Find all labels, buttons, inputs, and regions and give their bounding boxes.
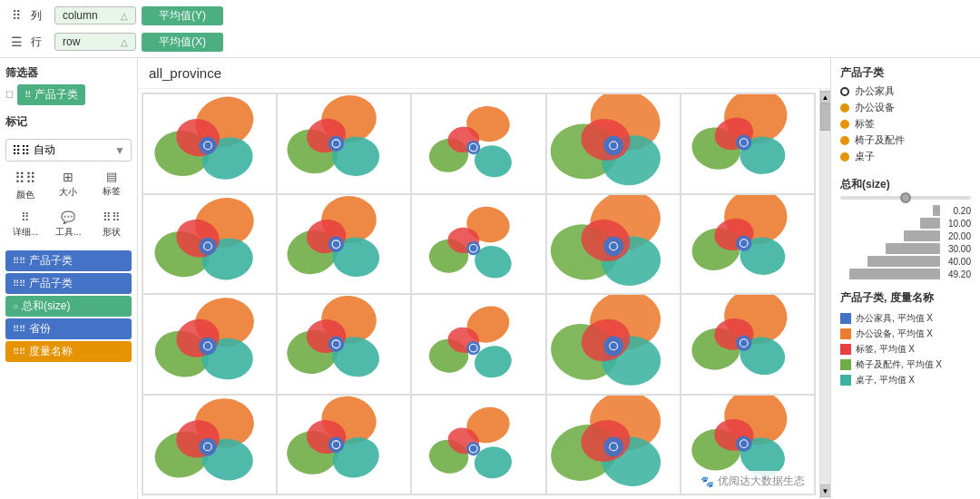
columns-row: ⠿ 列 column △ 平均值(Y) — [7, 4, 973, 27]
field-chip-3[interactable]: ○ 总和(size) — [5, 296, 132, 317]
product-legend-title: 产品子类 — [840, 65, 971, 81]
legend-panel: 产品子类 办公家具 办公设备 标签 椅子及配件 — [830, 58, 980, 499]
color-square-4 — [840, 375, 851, 386]
chart-cell-2-2 — [411, 294, 545, 395]
top-toolbar: ⠿ 列 column △ 平均值(Y) ☰ 行 row △ 平均值(X) — [0, 0, 980, 58]
legend-item-2: 标签 — [840, 117, 971, 131]
filter-chip-product[interactable]: ⠿ 产品子类 — [17, 84, 85, 105]
marks-label-item[interactable]: ▤ 标签 — [92, 167, 132, 204]
size-bar-5 — [849, 269, 940, 279]
marks-color-item[interactable]: ⠿⠿ 颜色 — [5, 167, 45, 204]
size-bar-1 — [920, 218, 940, 229]
scroll-up-btn[interactable]: ▲ — [820, 91, 831, 103]
legend-label-2: 标签 — [855, 117, 875, 131]
col-measure-chip[interactable]: 平均值(Y) — [142, 6, 223, 25]
marks-tool-label: 工具... — [55, 226, 81, 239]
svg-point-113 — [609, 443, 617, 451]
row-measure-chip[interactable]: 平均值(X) — [142, 33, 223, 52]
size-bar-row-1: 10.00 — [840, 218, 971, 229]
filter-title: 筛选器 — [5, 65, 132, 81]
size-icon: ⊞ — [63, 170, 74, 184]
field4-label: 省份 — [29, 321, 51, 337]
svg-point-71 — [332, 340, 340, 348]
chart-cell-0-3 — [546, 93, 681, 194]
color-text-1: 办公设备, 平均值 X — [856, 328, 933, 340]
field-chip-2[interactable]: ⠿⠿ 产品子类 — [5, 273, 132, 294]
color-text-2: 标签, 平均值 X — [856, 343, 915, 356]
legend-dot-2 — [840, 120, 849, 129]
size-bar-0 — [933, 205, 940, 216]
shape-icon: ⠿⠿ — [103, 210, 121, 224]
marks-detail-item[interactable]: ⠿ 详细... — [5, 208, 45, 241]
legend-label-1: 办公设备 — [855, 101, 895, 114]
marks-auto-dropdown[interactable]: ⠿⠿ 自动 ▼ — [5, 139, 132, 161]
legend-dot-0 — [840, 87, 849, 96]
chart-canvas: 🐾 优阅达大数据生态 — [138, 89, 819, 499]
filter-section: 筛选器 ☐ ⠿ 产品子类 — [5, 65, 132, 105]
marks-tool-item[interactable]: 💬 工具... — [49, 208, 89, 241]
chart-cell-2-3 — [546, 294, 681, 395]
main-area: 筛选器 ☐ ⠿ 产品子类 标记 ⠿⠿ 自动 ▼ — [0, 58, 980, 499]
size-slider[interactable] — [840, 196, 971, 200]
svg-point-17 — [470, 143, 478, 152]
chart-grid — [142, 93, 816, 495]
color-item-2: 标签, 平均值 X — [840, 343, 971, 356]
size-bar-row-3: 30.00 — [840, 243, 971, 254]
legend-label-3: 椅子及配件 — [855, 133, 905, 147]
field-chip-1[interactable]: ⠿⠿ 产品子类 — [5, 250, 132, 271]
marks-shape-label: 形状 — [103, 226, 121, 239]
size-legend-title: 总和(size) — [840, 177, 971, 192]
chart-cell-3-3 — [546, 395, 681, 495]
column-pill[interactable]: column △ — [54, 6, 136, 24]
size-val-4: 40.00 — [944, 257, 971, 267]
color-square-2 — [840, 344, 851, 355]
field-chip-5[interactable]: ⠿⠿ 度量名称 — [5, 341, 132, 362]
filter-checkbox-icon: ☐ — [5, 90, 14, 100]
svg-point-59 — [740, 239, 748, 247]
chart-cell-3-0 — [142, 395, 277, 495]
columns-label: 列 — [31, 8, 49, 24]
marks-size-item[interactable]: ⊞ 大小 — [49, 167, 89, 204]
scrollbar-right[interactable]: ▲ ▼ — [819, 89, 830, 499]
svg-point-119 — [740, 439, 748, 447]
tool-icon: 💬 — [61, 210, 75, 224]
color-item-4: 桌子, 平均值 X — [840, 374, 971, 386]
legend-item-0: 办公家具 — [840, 84, 971, 98]
row-pill-arrow: △ — [121, 37, 128, 47]
marks-shape-item[interactable]: ⠿⠿ 形状 — [92, 208, 132, 241]
svg-point-53 — [609, 242, 617, 250]
row-pill[interactable]: row △ — [54, 33, 136, 51]
chart-cell-0-4 — [681, 93, 815, 194]
color-text-3: 椅子及配件, 平均值 X — [856, 358, 942, 371]
color-square-3 — [840, 359, 851, 370]
scroll-down-btn[interactable]: ▼ — [820, 484, 831, 497]
size-bar-row-2: 20.00 — [840, 230, 971, 241]
chart-cell-3-4 — [681, 395, 815, 495]
filter-chip-label: 产品子类 — [34, 87, 78, 103]
size-slider-thumb — [900, 192, 911, 203]
scroll-thumb[interactable] — [820, 103, 831, 131]
svg-point-23 — [609, 142, 617, 150]
app-container: ⠿ 列 column △ 平均值(Y) ☰ 行 row △ 平均值(X) 筛选器 — [0, 0, 980, 499]
field1-label: 产品子类 — [29, 253, 73, 269]
svg-point-101 — [332, 440, 340, 448]
field-chip-4[interactable]: ⠿⠿ 省份 — [5, 318, 132, 339]
marks-size-label: 大小 — [59, 186, 77, 199]
chart-cell-0-0 — [142, 93, 277, 194]
chart-cell-0-1 — [277, 93, 411, 194]
chart-cell-1-1 — [277, 194, 411, 295]
legend-label-4: 桌子 — [855, 150, 875, 163]
field-chips: ⠿⠿ 产品子类 ⠿⠿ 产品子类 ○ 总和(size) ⠿⠿ 省份 ⠿⠿ 度量 — [5, 250, 132, 364]
row-pill-text: row — [63, 35, 117, 48]
color-legend-section: 产品子类, 度量名称 办公家具, 平均值 X 办公设备, 平均值 X 标签, 平… — [840, 290, 971, 386]
color-text-0: 办公家具, 平均值 X — [856, 312, 933, 325]
label-icon: ▤ — [106, 170, 117, 183]
rows-icon: ☰ — [7, 34, 25, 49]
size-legend-section: 总和(size) 0.20 10.00 20.00 — [840, 177, 971, 279]
chart-cell-1-0 — [142, 194, 277, 295]
chart-cell-3-2 — [411, 395, 545, 495]
svg-point-89 — [740, 339, 748, 347]
svg-point-95 — [204, 443, 212, 451]
marks-label-label: 标签 — [103, 185, 121, 198]
chart-cell-3-1 — [277, 395, 411, 495]
